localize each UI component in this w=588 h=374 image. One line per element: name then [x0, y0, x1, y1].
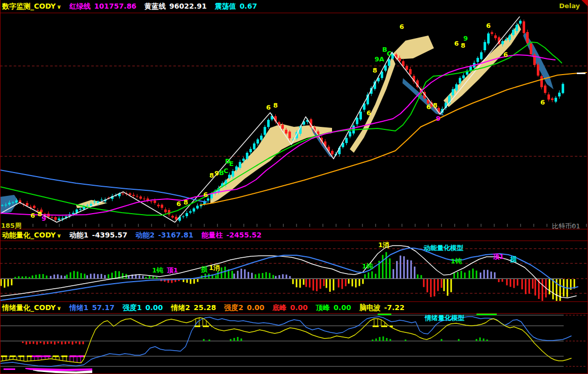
svg-text:8: 8 [461, 42, 465, 49]
main-field-0: 红绿线101757.86 [69, 2, 136, 10]
svg-text:情绪量化模型: 情绪量化模型 [424, 314, 464, 322]
sentiment-field-3: 强度20.00 [224, 303, 264, 312]
svg-text:比特币01: 比特币01 [552, 222, 580, 229]
sentiment-field-2: 情绪225.28 [171, 303, 216, 312]
x-axis-ticks [7, 224, 586, 227]
momentum-header-values: 动能1-4395.57动能2-3167.81能量柱-2455.52 [61, 231, 262, 239]
separator-line [0, 13, 588, 13]
chevron-down-icon[interactable]: ∨ [57, 232, 61, 239]
svg-text:8: 8 [373, 66, 377, 74]
svg-text:9: 9 [214, 169, 219, 177]
sentiment-blue-line [0, 317, 571, 366]
svg-text:1钝: 1钝 [362, 262, 374, 270]
separator-line [0, 313, 588, 314]
momentum-panel-chart[interactable]: 1钝顶1损1消1消动能量化模型1钝1钝顶1损 [0, 241, 588, 301]
svg-text:6: 6 [203, 191, 208, 198]
momentum-field-1: 动能2-3167.81 [135, 231, 193, 239]
momentum-white-line [0, 246, 576, 298]
sentiment-model-label: 情绪量化模型 [424, 314, 464, 322]
main-field-2: 震荡值0.67 [215, 2, 258, 10]
svg-text:8: 8 [273, 101, 278, 109]
svg-text:顶1: 顶1 [167, 266, 178, 274]
corner-marker-icon [581, 0, 588, 7]
symbol-label: 比特币01 [552, 222, 580, 229]
indicator-title-momentum[interactable]: 动能量化_CODY∨ [2, 231, 61, 239]
momentum-field-0: 动能1-4395.57 [69, 231, 127, 239]
svg-text:损: 损 [200, 265, 208, 273]
svg-text:6: 6 [30, 212, 35, 219]
main-chart-header: 数字监测_CODY∨红绿线101757.86黄蓝线96022.91震荡值0.67 [0, 0, 588, 13]
bottom-ribbon [4, 368, 92, 373]
indicator-title-sentiment[interactable]: 情绪量化_CODY∨ [2, 303, 61, 312]
momentum-labels: 1钝顶1损1消1消动能量化模型1钝1钝顶1损 [152, 241, 517, 274]
svg-text:1消: 1消 [209, 264, 220, 271]
svg-text:6: 6 [399, 23, 404, 30]
svg-text:6: 6 [426, 103, 431, 111]
signal-labels: 68968689BCDE68689ABC6689689666 [30, 22, 545, 222]
svg-text:6: 6 [454, 40, 459, 47]
chevron-down-icon[interactable]: ∨ [57, 4, 61, 10]
svg-text:1钝: 1钝 [451, 257, 462, 265]
price-marker [577, 73, 585, 74]
sentiment-field-1: 强度10.00 [123, 303, 163, 312]
ma-orange-line [200, 73, 586, 205]
svg-text:8: 8 [209, 172, 214, 179]
svg-text:6: 6 [176, 200, 181, 208]
bottom-red-bars [23, 342, 83, 345]
main-header-values: 红绿线101757.86黄蓝线96022.91震荡值0.67 [61, 2, 257, 10]
momentum-panel-header: 动能量化_CODY∨动能1-4395.57动能2-3167.81能量柱-2455… [0, 229, 588, 241]
candles-layer [1, 19, 564, 222]
main-candlestick-chart[interactable]: 68968689BCDE68689ABC6689689666185周比特币01 [0, 13, 588, 229]
chevron-down-icon[interactable]: ∨ [57, 305, 61, 312]
separator-line [0, 241, 588, 241]
svg-text:顶1: 顶1 [493, 253, 504, 260]
period-label: 185周 [1, 222, 21, 229]
grid-lines [0, 315, 587, 366]
trading-app-window: 数字监测_CODY∨红绿线101757.86黄蓝线96022.91震荡值0.67… [0, 0, 588, 374]
separator-line [0, 301, 588, 302]
svg-text:1消: 1消 [378, 241, 389, 249]
svg-text:6: 6 [366, 109, 371, 117]
svg-text:C: C [224, 167, 229, 175]
svg-text:9A: 9A [375, 55, 384, 63]
sentiment-panel-chart[interactable]: 情绪量化模型 [0, 314, 588, 374]
svg-text:1钝: 1钝 [152, 266, 164, 274]
svg-text:C: C [387, 50, 392, 57]
delay-badge: Delay [559, 2, 580, 10]
left-border [0, 0, 1, 374]
svg-text:6: 6 [540, 98, 545, 106]
svg-text:9: 9 [463, 35, 468, 42]
sentiment-panel-header: 情绪量化_CODY∨情绪157.17强度10.00情绪225.28强度20.00… [0, 302, 588, 313]
svg-text:动能量化模型: 动能量化模型 [423, 244, 463, 252]
sentiment-field-6: 脑电波-7.22 [359, 303, 405, 312]
sentiment-field-4: 底峰0.00 [273, 303, 308, 312]
svg-text:6: 6 [266, 104, 271, 111]
svg-text:8: 8 [183, 198, 188, 206]
sentiment-header-values: 情绪157.17强度10.00情绪225.28强度20.00底峰0.00顶峰0.… [61, 303, 405, 312]
momentum-field-2: 能量柱-2455.52 [202, 231, 262, 239]
indicator-title-main[interactable]: 数字监测_CODY∨ [2, 2, 61, 10]
sentiment-field-5: 顶峰0.00 [316, 303, 351, 312]
separator-line [0, 229, 588, 229]
svg-text:9: 9 [42, 215, 46, 222]
svg-text:损: 损 [509, 255, 517, 263]
svg-text:8: 8 [433, 101, 437, 109]
svg-text:6: 6 [486, 22, 491, 29]
sentiment-field-0: 情绪157.17 [69, 303, 115, 312]
svg-text:185周: 185周 [1, 222, 21, 229]
ma-blue-line [0, 170, 207, 202]
main-field-1: 黄蓝线96022.91 [144, 2, 207, 10]
momentum-histogram [1, 252, 575, 301]
svg-text:E: E [229, 160, 234, 167]
svg-text:9: 9 [436, 115, 440, 122]
svg-text:6: 6 [503, 51, 508, 58]
